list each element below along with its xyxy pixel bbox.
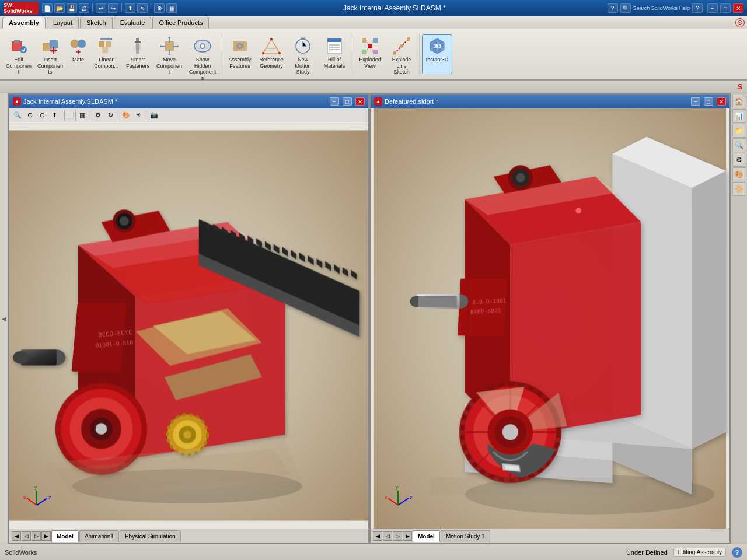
- left-tab-model[interactable]: Model: [51, 530, 79, 542]
- save-btn[interactable]: 💾: [67, 4, 77, 13]
- right-pane-maximize[interactable]: □: [704, 97, 713, 106]
- rp-search-btn[interactable]: 🔍: [732, 138, 746, 152]
- redo-btn[interactable]: ↪: [108, 4, 118, 13]
- assembly-features-label: AssemblyFeatures: [228, 57, 251, 69]
- move-component-btn[interactable]: MoveComponent: [154, 34, 184, 74]
- tab-evaluate[interactable]: Evaluate: [114, 17, 152, 29]
- svg-point-44: [120, 216, 129, 226]
- tab-layout[interactable]: Layout: [47, 17, 79, 29]
- rp-home-btn[interactable]: 🏠: [732, 94, 746, 108]
- zoom-out-btn[interactable]: ⊖: [36, 110, 48, 121]
- right-tab-model[interactable]: Model: [413, 530, 440, 542]
- rp-folder-btn[interactable]: 📁: [732, 124, 746, 138]
- rp-view-btn[interactable]: 🔆: [732, 182, 746, 196]
- insert-components-btn[interactable]: InsertComponents: [35, 34, 65, 74]
- right-pane-minimize[interactable]: −: [691, 97, 700, 106]
- svg-line-66: [37, 498, 47, 505]
- exploded-view-label: ExplodedView: [359, 57, 381, 69]
- explode-line-sketch-btn[interactable]: ExplodeLineSketch: [386, 34, 417, 74]
- left-tab-next2-btn[interactable]: ▶: [41, 531, 51, 541]
- view-orient-btn[interactable]: ⬜: [64, 110, 76, 121]
- new-btn[interactable]: 📄: [42, 4, 53, 13]
- linear-component-btn[interactable]: LinearCompon...: [91, 34, 121, 74]
- exploded-view-btn[interactable]: ExplodedView: [355, 34, 385, 74]
- rp-chart-btn[interactable]: 📊: [732, 109, 746, 123]
- print-btn[interactable]: 🖨: [79, 4, 89, 13]
- display-mode-btn[interactable]: ▦: [76, 110, 88, 121]
- left-pane-maximize[interactable]: □: [343, 97, 352, 106]
- left-panel-handle[interactable]: ◀: [0, 93, 8, 544]
- select-btn[interactable]: ⬆: [125, 4, 135, 13]
- new-motion-study-btn[interactable]: NewMotionStudy: [288, 34, 318, 74]
- left-tab-physical-sim[interactable]: Physical Simulation: [120, 530, 181, 542]
- edit-component-btn[interactable]: EditComponent: [4, 34, 34, 74]
- section-view-btn[interactable]: ⚙: [92, 110, 104, 121]
- left-tab-next-btn[interactable]: ▷: [32, 531, 41, 541]
- svg-point-35: [407, 37, 410, 41]
- minimize-btn[interactable]: −: [707, 4, 718, 13]
- options-btn[interactable]: ▦: [166, 4, 177, 13]
- maximize-btn[interactable]: □: [720, 4, 731, 13]
- svg-rect-29: [362, 38, 366, 43]
- help2-btn[interactable]: ?: [692, 4, 703, 13]
- assembly-features-btn[interactable]: AssemblyFeatures: [225, 34, 255, 74]
- svg-point-21: [238, 44, 242, 48]
- right-pane-close[interactable]: ✕: [717, 97, 726, 106]
- bill-of-materials-btn[interactable]: Bill ofMaterials: [319, 34, 350, 74]
- bill-of-materials-icon: [325, 37, 344, 55]
- right-tab-prev2-btn[interactable]: ◁: [383, 531, 392, 541]
- left-pane-close[interactable]: ✕: [355, 97, 365, 106]
- svg-point-22: [270, 38, 273, 40]
- svg-rect-9: [106, 41, 111, 47]
- right-tab-next2-btn[interactable]: ▶: [403, 531, 412, 541]
- right-tab-prev-btn[interactable]: ◀: [373, 531, 382, 541]
- left-tab-prev2-btn[interactable]: ◁: [22, 531, 31, 541]
- left-tab-prev-btn[interactable]: ◀: [12, 531, 21, 541]
- linear-component-label: LinearCompon...: [94, 57, 118, 69]
- tab-assembly[interactable]: Assembly: [2, 17, 46, 29]
- right-viewport[interactable]: 8.8-O-1001 BXBE-8001: [371, 108, 729, 528]
- smart-fasteners-btn[interactable]: SmartFasteners: [123, 34, 153, 74]
- camera-btn[interactable]: 📷: [148, 110, 160, 121]
- instant3d-btn[interactable]: 3D Instant3D: [422, 34, 452, 74]
- reference-geometry-btn[interactable]: ReferenceGeometry: [256, 34, 287, 74]
- search-btn[interactable]: 🔍: [620, 4, 631, 13]
- svg-rect-32: [374, 50, 378, 54]
- right-tab-next-btn[interactable]: ▷: [393, 531, 402, 541]
- select-tool-btn[interactable]: ⬆: [48, 110, 60, 121]
- assembly-features-icon: [231, 37, 249, 55]
- appearance-btn[interactable]: 🎨: [120, 110, 132, 121]
- rotate-btn[interactable]: ↻: [104, 110, 116, 121]
- app-name-status: SolidWorks: [5, 549, 37, 556]
- zoom-to-fit-btn[interactable]: 🔍: [12, 110, 23, 121]
- main-area: ◀ ▲ Jack Internal Assemly.SLDASM * − □ ✕…: [0, 93, 747, 544]
- svg-rect-27: [327, 38, 341, 42]
- mate-btn[interactable]: Mate: [67, 34, 90, 74]
- open-btn[interactable]: 📂: [54, 4, 65, 13]
- right-logo: S: [737, 82, 742, 91]
- left-viewport[interactable]: BCOO-ELYC 0100l-O-8lD: [9, 123, 368, 528]
- right-tab-motion-study[interactable]: Motion Study 1: [441, 530, 490, 542]
- ambient-btn[interactable]: ☀: [132, 110, 144, 121]
- title-bar: SW SolidWorks 📄 📂 💾 🖨 ↩ ↪ ⬆ ↖ ⚙ ▦ Jack I…: [0, 0, 747, 16]
- undo-btn[interactable]: ↩: [96, 4, 106, 13]
- tab-office-products[interactable]: Office Products: [152, 17, 209, 29]
- zoom-in-btn[interactable]: ⊕: [24, 110, 36, 121]
- rp-settings-btn[interactable]: ⚙: [732, 153, 746, 167]
- left-pane-icon: ▲: [13, 97, 21, 106]
- sw-icon[interactable]: S: [735, 18, 745, 27]
- svg-point-24: [278, 52, 281, 54]
- help-btn-status[interactable]: ?: [732, 547, 742, 558]
- select2-btn[interactable]: ↖: [137, 4, 148, 13]
- left-tab-animation[interactable]: Animation1: [79, 530, 119, 542]
- show-hidden-btn[interactable]: ShowHiddenComponents: [186, 34, 219, 74]
- help-btn[interactable]: ?: [608, 4, 618, 13]
- svg-text:3D: 3D: [434, 43, 441, 50]
- rp-palette-btn[interactable]: 🎨: [732, 167, 746, 181]
- close-btn[interactable]: ✕: [733, 4, 743, 13]
- rebuild-btn[interactable]: ⚙: [154, 4, 165, 13]
- tab-sketch[interactable]: Sketch: [80, 17, 113, 29]
- show-hidden-icon: [193, 37, 212, 55]
- left-pane-minimize[interactable]: −: [330, 97, 339, 106]
- svg-point-58: [183, 430, 191, 439]
